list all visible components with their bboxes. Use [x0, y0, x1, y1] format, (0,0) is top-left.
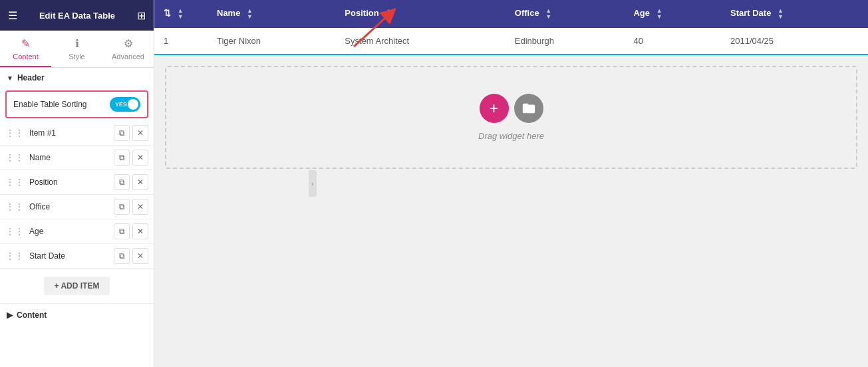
list-item: ⋮⋮ Name ⧉ ✕: [0, 146, 154, 170]
col-age-label: Age: [633, 8, 650, 18]
list-items-container: ⋮⋮ Item #1 ⧉ ✕ ⋮⋮ Name ⧉ ✕ ⋮⋮ Position ⧉…: [0, 121, 154, 269]
table-row: 1 Tiger Nixon System Architect Edinburgh…: [154, 28, 868, 55]
cell-num: 1: [154, 28, 208, 55]
col-sort-arrows: ▲▼: [656, 8, 662, 20]
content-tab-icon: ✎: [21, 37, 30, 50]
col-sort-arrows: ▲▼: [778, 8, 784, 20]
panel-title: Edit EA Data Table: [39, 11, 115, 21]
list-item: ⋮⋮ Age ⧉ ✕: [0, 219, 154, 244]
list-item-label: Item #1: [29, 128, 111, 138]
drag-widget-zone[interactable]: + Drag widget here: [165, 66, 857, 169]
list-item-actions: ⧉ ✕: [114, 174, 148, 190]
cell-start-date: 2011/04/25: [721, 28, 868, 55]
content-section[interactable]: ▶ Content: [0, 303, 154, 326]
list-item: ⋮⋮ Office ⧉ ✕: [0, 195, 154, 219]
add-item-button[interactable]: + ADD ITEM: [44, 277, 110, 295]
col-header-start-date[interactable]: Start Date ▲▼: [721, 0, 868, 28]
col-header-name[interactable]: Name ▲▼: [208, 0, 335, 28]
duplicate-icon[interactable]: ⧉: [114, 150, 130, 166]
cell-office: Edinburgh: [506, 28, 625, 55]
list-item-actions: ⧉ ✕: [114, 125, 148, 141]
list-item-label: Name: [29, 153, 111, 162]
remove-icon[interactable]: ✕: [132, 248, 148, 264]
style-tab-icon: ℹ: [75, 37, 79, 50]
list-item: ⋮⋮ Position ⧉ ✕: [0, 170, 154, 195]
col-name-label: Name: [217, 8, 240, 18]
duplicate-icon[interactable]: ⧉: [114, 248, 130, 264]
duplicate-icon[interactable]: ⧉: [114, 125, 130, 141]
list-item-label: Age: [29, 227, 111, 236]
grid-icon[interactable]: ⊞: [137, 9, 146, 22]
sorting-toggle[interactable]: YES: [110, 97, 140, 112]
col-header-office[interactable]: Office ▲▼: [506, 0, 625, 28]
list-item-actions: ⧉ ✕: [114, 248, 148, 264]
content-section-arrow: ▶: [7, 310, 13, 320]
duplicate-icon[interactable]: ⧉: [114, 174, 130, 190]
remove-icon[interactable]: ✕: [132, 199, 148, 215]
content-tab-label: Content: [13, 53, 39, 61]
panel-header: ☰ Edit EA Data Table ⊞: [0, 0, 154, 31]
tab-style[interactable]: ℹ Style: [51, 31, 102, 67]
sort-icon: ⇅: [164, 8, 171, 18]
hamburger-icon[interactable]: ☰: [8, 9, 17, 22]
col-sort-arrows: ▲▼: [545, 8, 551, 20]
cell-position: System Architect: [335, 28, 505, 55]
panel-tabs: ✎ Content ℹ Style ⚙ Advanced: [0, 31, 154, 68]
tab-advanced[interactable]: ⚙ Advanced: [102, 31, 154, 67]
duplicate-icon[interactable]: ⧉: [114, 223, 130, 239]
style-tab-label: Style: [69, 53, 84, 61]
list-item: ⋮⋮ Start Date ⧉ ✕: [0, 244, 154, 269]
list-item-actions: ⧉ ✕: [114, 223, 148, 239]
toggle-yes-label: YES: [115, 101, 127, 108]
col-position-label: Position: [345, 8, 378, 18]
remove-icon[interactable]: ✕: [132, 125, 148, 141]
advanced-tab-icon: ⚙: [124, 37, 133, 50]
add-widget-button[interactable]: +: [480, 94, 509, 123]
cell-name: Tiger Nixon: [208, 28, 335, 55]
content-section-label: Content: [17, 310, 47, 320]
drag-handle-icon[interactable]: ⋮⋮: [5, 128, 24, 138]
cell-age: 40: [624, 28, 721, 55]
col-sort-arrows: ▲▼: [247, 8, 253, 20]
drag-handle-icon[interactable]: ⋮⋮: [5, 177, 24, 187]
col-header-age[interactable]: Age ▲▼: [624, 0, 721, 28]
drag-handle-icon[interactable]: ⋮⋮: [5, 251, 24, 261]
list-item: ⋮⋮ Item #1 ⧉ ✕: [0, 121, 154, 146]
collapse-panel-handle[interactable]: ‹: [309, 170, 317, 197]
enable-sorting-row: Enable Table Sorting YES: [5, 90, 148, 118]
col-sort-arrows: ▲▼: [385, 8, 391, 20]
left-panel: ☰ Edit EA Data Table ⊞ ✎ Content ℹ Style…: [0, 0, 154, 367]
remove-icon[interactable]: ✕: [132, 174, 148, 190]
browse-widget-button[interactable]: [514, 94, 543, 123]
drag-zone-buttons: +: [480, 94, 543, 123]
right-content: ⇅ ▲▼ Name ▲▼ Position ▲▼ Office ▲▼: [154, 0, 868, 367]
list-item-actions: ⧉ ✕: [114, 199, 148, 215]
list-item-actions: ⧉ ✕: [114, 150, 148, 166]
remove-icon[interactable]: ✕: [132, 150, 148, 166]
sorting-label: Enable Table Sorting: [13, 100, 87, 109]
remove-icon[interactable]: ✕: [132, 223, 148, 239]
tab-content[interactable]: ✎ Content: [0, 31, 51, 67]
section-arrow-icon: ▼: [7, 74, 13, 82]
col-office-label: Office: [515, 8, 539, 18]
drag-handle-icon[interactable]: ⋮⋮: [5, 152, 24, 163]
toggle-circle: [128, 99, 138, 110]
section-header-header[interactable]: ▼ Header: [0, 68, 154, 88]
data-table: ⇅ ▲▼ Name ▲▼ Position ▲▼ Office ▲▼: [154, 0, 868, 55]
drag-zone-text: Drag widget here: [478, 131, 544, 141]
list-item-label: Office: [29, 202, 111, 211]
col-header-num[interactable]: ⇅ ▲▼: [154, 0, 208, 28]
section-header-label: Header: [17, 73, 45, 82]
col-header-position[interactable]: Position ▲▼: [335, 0, 505, 28]
list-item-label: Position: [29, 178, 111, 187]
duplicate-icon[interactable]: ⧉: [114, 199, 130, 215]
advanced-tab-label: Advanced: [112, 53, 144, 61]
list-item-label: Start Date: [29, 251, 111, 261]
col-sort-arrows: ▲▼: [178, 8, 184, 20]
col-start-date-label: Start Date: [730, 8, 771, 18]
drag-handle-icon[interactable]: ⋮⋮: [5, 226, 24, 237]
drag-handle-icon[interactable]: ⋮⋮: [5, 201, 24, 212]
